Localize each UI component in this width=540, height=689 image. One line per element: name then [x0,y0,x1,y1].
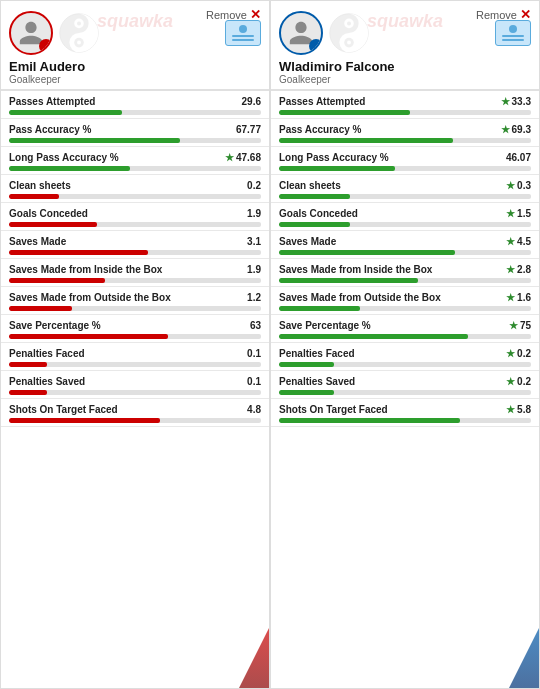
right-player-name: Wladimiro Falcone [279,59,531,74]
svg-point-9 [347,41,351,45]
stat-label: Penalties Faced [279,348,355,359]
right-remove-button[interactable]: Remove ✕ [476,7,531,22]
right-card-accent [509,628,539,688]
bar-fill [9,278,105,283]
stat-row: Saves Made from Outside the Box1.2 [1,287,269,315]
stat-label: Saves Made from Outside the Box [279,292,441,303]
stat-value: ★1.6 [506,292,531,303]
stat-row: Saves Made from Inside the Box★2.8 [271,259,539,287]
stat-label: Long Pass Accuracy % [9,152,119,163]
bar-fill [279,166,395,171]
bar-track [9,418,261,423]
stat-row: Save Percentage %63 [1,315,269,343]
bar-fill [9,418,160,423]
bar-track [9,278,261,283]
stat-label: Saves Made from Outside the Box [9,292,171,303]
stat-value: ★0.3 [506,180,531,191]
right-remove-x-icon[interactable]: ✕ [520,7,531,22]
stat-row: Saves Made★4.5 [271,231,539,259]
left-yin-yang-icon [59,13,99,53]
left-stats-container: Passes Attempted29.6Pass Accuracy %67.77… [1,91,269,427]
stat-row: Pass Accuracy %★69.3 [271,119,539,147]
bar-track [9,362,261,367]
stat-row: Goals Conceded★1.5 [271,203,539,231]
stat-value: 4.8 [247,404,261,415]
star-icon: ★ [506,208,515,219]
stat-value: ★0.2 [506,376,531,387]
stat-value: ★69.3 [501,124,531,135]
stat-label: Shots On Target Faced [279,404,388,415]
stat-value: 3.1 [247,236,261,247]
bar-track [9,390,261,395]
stat-value: 67.77 [236,124,261,135]
stat-label: Passes Attempted [279,96,365,107]
left-player-position: Goalkeeper [9,74,261,85]
bar-track [9,222,261,227]
stat-row: Pass Accuracy %67.77 [1,119,269,147]
bar-track [279,418,531,423]
left-card-accent [239,628,269,688]
left-id-card-icon[interactable] [225,20,261,46]
right-avatar-badge [309,39,323,53]
stat-row: Saves Made3.1 [1,231,269,259]
stat-value: ★75 [509,320,531,331]
star-icon: ★ [506,376,515,387]
bar-fill [9,194,59,199]
bar-fill [279,222,350,227]
bar-track [9,334,261,339]
stat-label: Pass Accuracy % [9,124,91,135]
svg-point-8 [347,21,351,25]
stat-label: Penalties Saved [279,376,355,387]
bar-track [279,390,531,395]
bar-track [9,250,261,255]
bar-track [9,166,261,171]
stat-label: Save Percentage % [279,320,371,331]
left-remove-button[interactable]: Remove ✕ [206,7,261,22]
bar-track [9,194,261,199]
right-id-card-icon[interactable] [495,20,531,46]
stat-value: ★4.5 [506,236,531,247]
stat-row: Shots On Target Faced★5.8 [271,399,539,427]
stat-label: Goals Conceded [9,208,88,219]
bar-track [279,138,531,143]
bar-fill [279,138,453,143]
stat-value: 0.1 [247,376,261,387]
stat-row: Shots On Target Faced4.8 [1,399,269,427]
bar-fill [9,166,130,171]
bar-fill [279,418,460,423]
bar-fill [9,110,122,115]
star-icon: ★ [506,348,515,359]
stat-value: ★1.5 [506,208,531,219]
stat-value: ★5.8 [506,404,531,415]
bar-track [279,306,531,311]
stat-value: 0.2 [247,180,261,191]
bar-track [279,278,531,283]
bar-fill [279,334,468,339]
stat-row: Penalties Faced0.1 [1,343,269,371]
stat-value: 46.07 [506,152,531,163]
right-card-header: Remove ✕ squawka Wladimiro Fal [271,1,539,91]
bar-fill [279,110,410,115]
star-icon: ★ [501,96,510,107]
bar-track [279,194,531,199]
left-avatar-badge [39,39,53,53]
stat-row: Saves Made from Outside the Box★1.6 [271,287,539,315]
bar-fill [279,362,334,367]
left-remove-x-icon[interactable]: ✕ [250,7,261,22]
bar-fill [279,306,360,311]
bar-track [279,110,531,115]
svg-point-4 [77,41,81,45]
stat-value: 29.6 [242,96,261,107]
right-avatar [279,11,323,55]
left-remove-label: Remove [206,9,247,21]
stat-label: Save Percentage % [9,320,101,331]
stat-row: Long Pass Accuracy %★47.68 [1,147,269,175]
stat-value: ★33.3 [501,96,531,107]
right-player-card: Remove ✕ squawka Wladimiro Fal [270,0,540,689]
stat-value: 1.2 [247,292,261,303]
stat-label: Long Pass Accuracy % [279,152,389,163]
stat-label: Penalties Faced [9,348,85,359]
right-player-position: Goalkeeper [279,74,531,85]
stat-row: Saves Made from Inside the Box1.9 [1,259,269,287]
left-player-name: Emil Audero [9,59,261,74]
